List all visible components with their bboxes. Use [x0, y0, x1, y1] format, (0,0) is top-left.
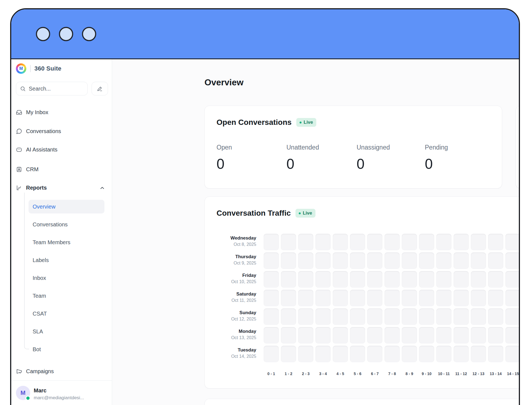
- search-input[interactable]: Search...: [16, 82, 88, 95]
- heatmap-cell: [315, 327, 331, 344]
- heatmap-cell: [367, 234, 382, 250]
- card-header: Open Conversations Live: [217, 118, 316, 127]
- heatmap-cell: [419, 271, 434, 288]
- heatmap-cell: [333, 327, 348, 344]
- sidebar-subitem-bot[interactable]: Bot: [29, 342, 104, 356]
- heatmap-cell: [333, 271, 348, 288]
- heatmap-cell: [385, 308, 400, 325]
- page-title: Overview: [204, 77, 243, 88]
- sidebar-subitem-csat[interactable]: CSAT: [29, 307, 104, 320]
- chevron-up-icon[interactable]: [99, 185, 105, 191]
- open-conversations-card: Open Conversations Live Open 0 Unattende…: [204, 106, 502, 189]
- heatmap-cell: [264, 252, 279, 269]
- heatmap-cell: [350, 327, 365, 344]
- live-badge-label: Live: [303, 210, 312, 216]
- heatmap-cell: [281, 290, 296, 306]
- heatmap-cell: [419, 346, 434, 362]
- online-status-dot: [25, 396, 30, 401]
- brand: M 360 Suite: [16, 63, 61, 74]
- sidebar-item-campaigns[interactable]: Campaigns: [16, 365, 106, 378]
- partial-card: [516, 106, 519, 189]
- sidebar-subitem-conversations[interactable]: Conversations: [29, 218, 104, 231]
- heatmap-cell: [402, 308, 417, 325]
- sidebar-subitem-labels[interactable]: Labels: [29, 253, 104, 267]
- heatmap-hour-label: 7 - 8: [385, 372, 400, 376]
- heatmap-cell: [264, 290, 279, 306]
- heatmap-cell: [436, 234, 451, 250]
- heatmap-cell: [367, 290, 382, 306]
- stat-label: Unassigned: [357, 144, 424, 151]
- heatmap-cell: [402, 252, 417, 269]
- heatmap-cell: [350, 290, 365, 306]
- heatmap-cell: [454, 271, 469, 288]
- sidebar-item-ai-assistants[interactable]: AI Assistants: [16, 143, 106, 156]
- heatmap-cell: [281, 327, 296, 344]
- card-title: Open Conversations: [217, 118, 292, 127]
- main-content: Overview Open Conversations Live Open 0 …: [112, 59, 519, 405]
- heatmap-cell: [333, 308, 348, 325]
- heatmap-cell: [385, 271, 400, 288]
- heatmap-cell: [298, 308, 313, 325]
- heatmap-hour-label: 8 - 9: [402, 372, 417, 376]
- heatmap-cell: [454, 308, 469, 325]
- stat-value: 0: [217, 156, 284, 172]
- sidebar-subitem-sla[interactable]: SLA: [29, 325, 104, 338]
- heatmap-hour-label: 9 - 10: [419, 372, 434, 376]
- heatmap-hour-label: 6 - 7: [367, 372, 382, 376]
- heatmap-hour-label: 3 - 4: [315, 372, 331, 376]
- heatmap-cell: [298, 327, 313, 344]
- heatmap-cell: [264, 234, 279, 250]
- sidebar-item-label: Reports: [26, 185, 47, 191]
- heatmap-cell: [281, 308, 296, 325]
- sidebar-item-reports[interactable]: Reports: [16, 181, 106, 194]
- heatmap-row-label: ThursdayOct 9, 2025: [205, 254, 256, 266]
- sidebar-subitem-overview[interactable]: Overview: [29, 200, 104, 213]
- heatmap-cell: [436, 346, 451, 362]
- sidebar-item-conversations[interactable]: Conversations: [16, 125, 106, 138]
- user-profile[interactable]: M Marc marc@mediagiantdesi...: [11, 383, 112, 405]
- heatmap-cell: [264, 308, 279, 325]
- sidebar-subitem-team[interactable]: Team: [29, 289, 104, 303]
- heatmap-row-label: TuesdayOct 14, 2025: [205, 347, 256, 359]
- window-control-maximize[interactable]: [82, 27, 96, 41]
- sidebar-item-crm[interactable]: CRM: [16, 163, 106, 176]
- heatmap-cell: [264, 327, 279, 344]
- app-window: M 360 Suite Search... My Inbox Conversat…: [10, 8, 520, 405]
- sidebar-item-label: CRM: [26, 166, 39, 173]
- heatmap-cell: [471, 234, 486, 250]
- heatmap-cell: [367, 252, 382, 269]
- live-dot-icon: [299, 212, 301, 214]
- sidebar-subitem-team-members[interactable]: Team Members: [29, 235, 104, 249]
- heatmap-cell: [419, 290, 434, 306]
- heatmap-hour-label: 10 - 11: [436, 372, 451, 376]
- heatmap-cell: [315, 346, 331, 362]
- heatmap-cell: [315, 252, 331, 269]
- heatmap-hour-label: 13 - 14: [488, 372, 503, 376]
- heatmap-cell: [454, 252, 469, 269]
- heatmap-cell: [333, 234, 348, 250]
- heatmap-cell: [488, 252, 503, 269]
- sidebar-item-my-inbox[interactable]: My Inbox: [16, 106, 106, 119]
- profile-name: Marc: [34, 387, 47, 394]
- heatmap-cell: [350, 234, 365, 250]
- window-control-minimize[interactable]: [59, 27, 73, 41]
- heatmap-cell: [436, 327, 451, 344]
- card-title: Conversation Traffic: [217, 209, 291, 218]
- window-control-close[interactable]: [36, 27, 50, 41]
- heatmap-cell: [454, 327, 469, 344]
- sidebar-subitem-inbox[interactable]: Inbox: [29, 271, 104, 285]
- heatmap-cell: [471, 346, 486, 362]
- heatmap-cell: [385, 346, 400, 362]
- heatmap-cell: [367, 346, 382, 362]
- heatmap-cell: [281, 252, 296, 269]
- heatmap-cell: [505, 290, 519, 306]
- heatmap-cell: [402, 234, 417, 250]
- brand-divider: [30, 65, 31, 72]
- heatmap-cell: [436, 290, 451, 306]
- heatmap-cell: [281, 234, 296, 250]
- heatmap-cell: [505, 234, 519, 250]
- heatmap-cell: [281, 271, 296, 288]
- compose-button[interactable]: [92, 82, 108, 95]
- live-badge-label: Live: [304, 120, 313, 125]
- heatmap-hour-label: 12 - 13: [471, 372, 486, 376]
